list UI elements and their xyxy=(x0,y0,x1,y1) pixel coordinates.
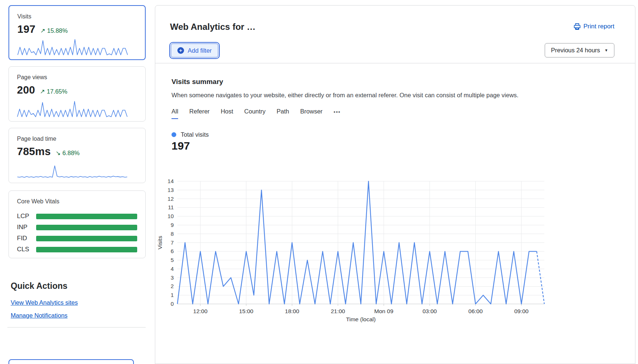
core-web-vitals-title: Core Web Vitals xyxy=(17,198,137,205)
add-filter-label: Add filter xyxy=(188,47,212,54)
svg-text:12: 12 xyxy=(167,196,174,202)
svg-text:0: 0 xyxy=(171,301,174,307)
cwv-row-inp: INP xyxy=(17,222,137,233)
page-load-time-card-title: Page load time xyxy=(17,136,137,142)
page-load-time-card-trend: ↘ 6.88% xyxy=(56,150,80,157)
svg-text:11: 11 xyxy=(168,204,174,210)
add-filter-button[interactable]: + Add filter xyxy=(171,43,218,57)
svg-text:Mon 09: Mon 09 xyxy=(374,308,393,314)
svg-text:03:00: 03:00 xyxy=(423,308,437,314)
page-title: Web Analytics for … xyxy=(170,22,256,32)
cwv-row-lcp: LCP xyxy=(17,211,137,222)
core-web-vitals-card[interactable]: Core Web Vitals LCPINPFIDCLS xyxy=(8,190,146,258)
page-load-time-card[interactable]: Page load time 785ms ↘ 6.88% xyxy=(8,128,146,183)
time-range-label: Previous 24 hours xyxy=(551,47,600,54)
svg-text:5: 5 xyxy=(171,257,174,263)
visits-card-value: 197 xyxy=(17,23,35,35)
printer-icon xyxy=(574,23,580,30)
tab-browser[interactable]: Browser xyxy=(300,108,323,119)
visits-summary-title: Visits summary xyxy=(171,78,223,86)
manage-notifications-link[interactable]: Manage Notifications xyxy=(11,312,67,319)
total-visits-value: 197 xyxy=(171,140,190,152)
view-web-analytics-sites-link[interactable]: View Web Analytics sites xyxy=(11,299,78,306)
cwv-bar-track xyxy=(36,214,137,219)
cwv-bar-good xyxy=(36,236,137,241)
cwv-bar-track xyxy=(36,236,137,241)
tab-referer[interactable]: Referer xyxy=(189,108,209,119)
web-analytics-panel: Web Analytics for … Print report + Add f… xyxy=(155,5,635,364)
time-range-dropdown[interactable]: Previous 24 hours ▼ xyxy=(545,43,614,57)
svg-text:4: 4 xyxy=(171,266,174,272)
core-web-vitals-rows: LCPINPFIDCLS xyxy=(17,211,137,255)
cwv-bar-good xyxy=(36,225,137,230)
svg-text:8: 8 xyxy=(171,231,174,237)
svg-text:06:00: 06:00 xyxy=(468,308,483,314)
cwv-label: INP xyxy=(17,224,36,231)
more-tabs-icon[interactable]: ••• xyxy=(334,108,341,119)
print-report-button[interactable]: Print report xyxy=(574,23,614,30)
tab-host[interactable]: Host xyxy=(221,108,233,119)
page-load-time-card-value: 785ms xyxy=(17,146,51,158)
legend-dot xyxy=(171,132,176,137)
svg-text:14: 14 xyxy=(167,178,174,184)
page-views-sparkline xyxy=(17,100,128,118)
svg-text:18:00: 18:00 xyxy=(285,308,299,314)
page-load-sparkline xyxy=(17,164,128,179)
svg-text:12:00: 12:00 xyxy=(193,308,208,314)
dimension-tabs: AllRefererHostCountryPathBrowser••• xyxy=(171,108,341,119)
trend-up-icon: ↗ xyxy=(40,27,45,34)
svg-text:Visits: Visits xyxy=(157,236,163,249)
svg-text:15:00: 15:00 xyxy=(239,308,253,314)
caret-down-icon: ▼ xyxy=(604,48,608,52)
visits-card-trend: ↗ 15.88% xyxy=(40,27,67,34)
chart-legend: Total visits xyxy=(171,131,209,138)
plus-icon: + xyxy=(177,47,184,54)
trend-up-icon: ↗ xyxy=(40,88,45,95)
cwv-label: FID xyxy=(17,235,36,242)
tab-country[interactable]: Country xyxy=(244,108,266,119)
svg-text:Time (local): Time (local) xyxy=(346,316,375,322)
svg-text:1: 1 xyxy=(171,292,174,298)
visits-chart: 0123456789101112131412:0015:0018:0021:00… xyxy=(155,173,572,328)
cwv-bar-track xyxy=(36,225,137,230)
svg-text:9: 9 xyxy=(171,222,174,228)
sidebar-cutoff-card[interactable] xyxy=(8,359,134,364)
visits-summary-description: When someone navigates to your website, … xyxy=(171,92,519,99)
tab-path[interactable]: Path xyxy=(277,108,289,119)
svg-text:10: 10 xyxy=(167,213,174,219)
sidebar-divider xyxy=(7,327,146,328)
trend-down-icon: ↘ xyxy=(56,150,61,156)
page-views-card-trend: ↗ 17.65% xyxy=(40,88,67,95)
page-views-card-value: 200 xyxy=(17,84,35,96)
svg-text:2: 2 xyxy=(171,283,174,289)
svg-text:21:00: 21:00 xyxy=(331,308,345,314)
svg-text:09:00: 09:00 xyxy=(514,308,528,314)
cwv-row-fid: FID xyxy=(17,233,137,244)
page-views-card-title: Page views xyxy=(17,74,137,81)
svg-text:13: 13 xyxy=(167,187,174,193)
visits-card[interactable]: Visits 197 ↗ 15.88% xyxy=(8,5,146,60)
header-divider xyxy=(155,63,635,63)
cwv-label: LCP xyxy=(17,213,36,220)
cwv-bar-good xyxy=(36,214,137,219)
svg-text:7: 7 xyxy=(171,239,174,246)
visits-sparkline xyxy=(17,38,128,56)
cwv-label: CLS xyxy=(17,246,36,253)
cwv-bar-good xyxy=(36,247,137,252)
page-views-card[interactable]: Page views 200 ↗ 17.65% xyxy=(8,66,146,122)
visits-card-title: Visits xyxy=(17,13,137,20)
tab-all[interactable]: All xyxy=(171,108,178,119)
svg-text:6: 6 xyxy=(171,248,174,254)
svg-text:3: 3 xyxy=(171,274,174,281)
cwv-bar-track xyxy=(36,247,137,252)
legend-label: Total visits xyxy=(181,131,209,138)
print-report-label: Print report xyxy=(583,23,614,30)
quick-actions-heading: Quick Actions xyxy=(11,281,67,291)
cwv-row-cls: CLS xyxy=(17,244,137,255)
